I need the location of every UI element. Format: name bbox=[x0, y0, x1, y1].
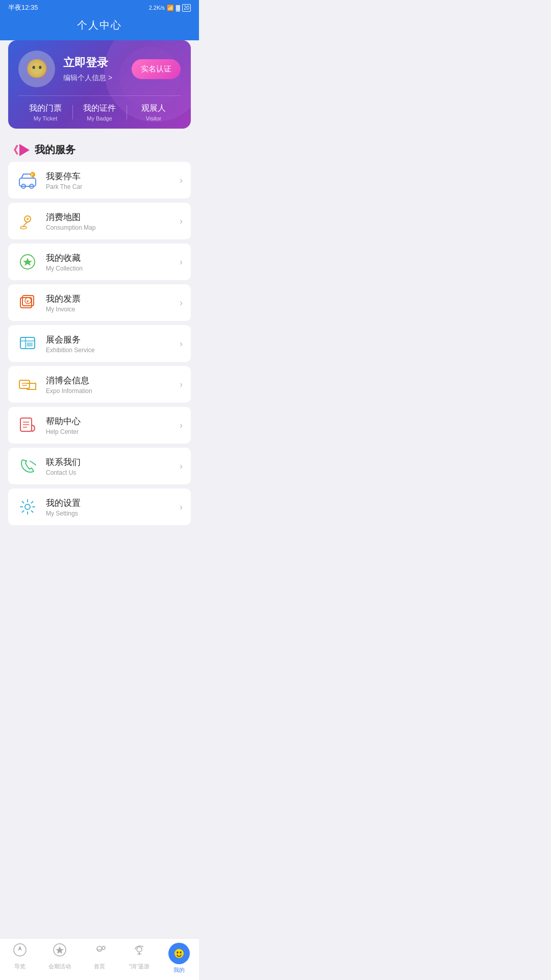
exhibition-en: Exhibition Service bbox=[46, 347, 172, 354]
profile-card: 😶 立即登录 编辑个人信息 > 实名认证 我的门票 My Ticket 我的证件… bbox=[8, 40, 191, 129]
stat-visitor-en: Visitor bbox=[127, 115, 181, 121]
menu-item-map[interactable]: 消费地图 Consumption Map › bbox=[8, 203, 191, 239]
menu-item-exhibition[interactable]: 展会服务 Exhibition Service › bbox=[8, 325, 191, 362]
verify-button[interactable]: 实名认证 bbox=[132, 59, 181, 79]
invoice-cn: 我的发票 bbox=[46, 293, 172, 305]
contact-en: Contact Us bbox=[46, 469, 172, 476]
park-cn: 我要停车 bbox=[46, 170, 172, 182]
expo-cn: 消博会信息 bbox=[46, 375, 172, 386]
edit-label[interactable]: 编辑个人信息 > bbox=[63, 74, 123, 83]
stat-ticket-en: My Ticket bbox=[18, 115, 72, 121]
menu-item-settings[interactable]: 我的设置 My Settings › bbox=[8, 488, 191, 525]
svg-point-6 bbox=[27, 218, 29, 220]
collection-text: 我的收藏 My Collection bbox=[46, 252, 172, 272]
speed: 2.2K/s bbox=[149, 5, 165, 11]
menu-item-contact[interactable]: 联系我们 Contact Us › bbox=[8, 448, 191, 484]
profile-stats: 我的门票 My Ticket 我的证件 My Badge 观展人 Visitor bbox=[18, 95, 181, 129]
help-icon bbox=[16, 414, 39, 436]
invoice-arrow: › bbox=[180, 298, 183, 308]
stat-visitor[interactable]: 观展人 Visitor bbox=[127, 103, 181, 121]
avatar: 😶 bbox=[18, 51, 55, 87]
login-label[interactable]: 立即登录 bbox=[63, 55, 123, 70]
menu-item-collection[interactable]: 我的收藏 My Collection › bbox=[8, 243, 191, 280]
help-text: 帮助中心 Help Center bbox=[46, 415, 172, 435]
chevron-left-icon: 《 bbox=[8, 145, 18, 155]
expo-en: Expo Information bbox=[46, 387, 172, 395]
services-section: 《 我的服务 P 我要停车 Park The Car › bbox=[0, 137, 199, 566]
stat-ticket[interactable]: 我的门票 My Ticket bbox=[18, 103, 72, 121]
avatar-icon: 😶 bbox=[26, 58, 48, 80]
profile-info: 立即登录 编辑个人信息 > bbox=[63, 55, 123, 83]
status-bar: 半夜12:35 2.2K/s 📶 ▓ 20 bbox=[0, 0, 199, 14]
stat-ticket-cn: 我的门票 bbox=[18, 103, 72, 114]
collection-arrow: › bbox=[180, 257, 183, 267]
svg-point-25 bbox=[25, 504, 30, 509]
contact-arrow: › bbox=[180, 461, 183, 472]
map-text: 消费地图 Consumption Map bbox=[46, 211, 172, 231]
settings-icon bbox=[16, 496, 39, 518]
collection-cn: 我的收藏 bbox=[46, 252, 172, 264]
stat-badge-cn: 我的证件 bbox=[72, 103, 127, 114]
page-header: 个人中心 bbox=[0, 14, 199, 40]
collection-icon bbox=[16, 251, 39, 273]
help-cn: 帮助中心 bbox=[46, 415, 172, 427]
expo-icon bbox=[16, 373, 39, 396]
section-title: 我的服务 bbox=[35, 143, 76, 157]
contact-text: 联系我们 Contact Us bbox=[46, 456, 172, 476]
invoice-text: 我的发票 My Invoice bbox=[46, 293, 172, 313]
invoice-icon: ¥ bbox=[16, 291, 39, 314]
svg-text:¥: ¥ bbox=[27, 299, 29, 304]
svg-rect-17 bbox=[27, 342, 33, 347]
menu-item-expo[interactable]: 消博会信息 Expo Information › bbox=[8, 366, 191, 403]
park-arrow: › bbox=[180, 175, 183, 186]
section-icon: 《 bbox=[8, 144, 30, 156]
contact-icon bbox=[16, 455, 39, 477]
status-icons: 2.2K/s 📶 ▓ 20 bbox=[149, 4, 191, 12]
map-icon bbox=[16, 210, 39, 232]
menu-item-park[interactable]: P 我要停车 Park The Car › bbox=[8, 162, 191, 199]
expo-arrow: › bbox=[180, 379, 183, 390]
wifi-icon: ▓ bbox=[176, 5, 180, 11]
exhibition-cn: 展会服务 bbox=[46, 334, 172, 346]
stat-badge[interactable]: 我的证件 My Badge bbox=[72, 103, 127, 121]
map-cn: 消费地图 bbox=[46, 211, 172, 223]
contact-cn: 联系我们 bbox=[46, 456, 172, 468]
exhibition-icon bbox=[16, 332, 39, 355]
map-en: Consumption Map bbox=[46, 224, 172, 231]
time: 半夜12:35 bbox=[8, 3, 38, 12]
play-icon bbox=[19, 144, 30, 156]
stat-visitor-cn: 观展人 bbox=[127, 103, 181, 114]
section-header: 《 我的服务 bbox=[8, 137, 191, 162]
menu-item-help[interactable]: 帮助中心 Help Center › bbox=[8, 407, 191, 444]
collection-en: My Collection bbox=[46, 265, 172, 272]
help-en: Help Center bbox=[46, 428, 172, 435]
svg-point-7 bbox=[20, 227, 27, 229]
menu-list: P 我要停车 Park The Car › 消费地图 Consum bbox=[8, 162, 191, 525]
svg-rect-18 bbox=[19, 380, 30, 388]
exhibition-arrow: › bbox=[180, 338, 183, 349]
settings-en: My Settings bbox=[46, 510, 172, 517]
profile-top: 😶 立即登录 编辑个人信息 > 实名认证 bbox=[18, 51, 181, 95]
expo-text: 消博会信息 Expo Information bbox=[46, 375, 172, 395]
settings-text: 我的设置 My Settings bbox=[46, 497, 172, 517]
help-arrow: › bbox=[180, 420, 183, 431]
map-arrow: › bbox=[180, 216, 183, 227]
park-text: 我要停车 Park The Car bbox=[46, 170, 172, 190]
battery-indicator: 20 bbox=[182, 4, 191, 12]
exhibition-text: 展会服务 Exhibition Service bbox=[46, 334, 172, 354]
menu-item-invoice[interactable]: ¥ 我的发票 My Invoice › bbox=[8, 284, 191, 321]
settings-cn: 我的设置 bbox=[46, 497, 172, 509]
svg-text:P: P bbox=[31, 173, 34, 177]
park-icon: P bbox=[16, 169, 39, 191]
invoice-en: My Invoice bbox=[46, 306, 172, 313]
settings-arrow: › bbox=[180, 502, 183, 512]
svg-marker-9 bbox=[23, 258, 32, 266]
park-en: Park The Car bbox=[46, 183, 172, 190]
signal-icon: 📶 bbox=[167, 5, 174, 11]
page-title: 个人中心 bbox=[0, 18, 199, 32]
stat-badge-en: My Badge bbox=[72, 115, 127, 121]
